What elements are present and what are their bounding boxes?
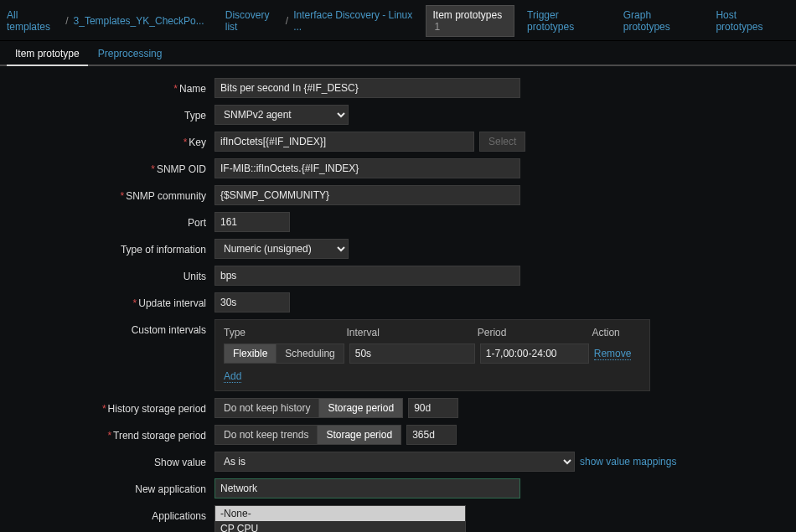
new-application-input[interactable]	[215, 478, 520, 498]
type-of-info-select[interactable]: Numeric (unsigned)	[215, 239, 349, 259]
trend-period-input[interactable]	[406, 425, 457, 445]
label-custom-intervals: Custom intervals	[132, 324, 206, 336]
breadcrumb-bar: All templates / 3_Templates_YK_CheckPo..…	[0, 0, 796, 41]
ci-interval-input[interactable]	[349, 343, 475, 364]
tab-item-prototypes[interactable]: Item prototypes 1	[426, 5, 515, 37]
snmp-community-input[interactable]	[215, 185, 520, 205]
tab-trigger-prototypes[interactable]: Trigger prototypes	[519, 5, 611, 37]
subtab-item-prototype[interactable]: Item prototype	[7, 41, 88, 66]
scheduling-button[interactable]: Scheduling	[276, 343, 344, 364]
trend-toggle[interactable]: Do not keep trends Storage period	[215, 425, 401, 445]
breadcrumb-sep: /	[65, 15, 68, 27]
snmp-oid-input[interactable]	[215, 158, 520, 178]
label-applications: Applications	[152, 510, 206, 522]
select-button: Select	[479, 132, 525, 152]
label-snmp-community: SNMP community	[126, 190, 206, 202]
label-new-application: New application	[135, 483, 206, 495]
ci-type-toggle[interactable]: Flexible Scheduling	[224, 343, 344, 364]
breadcrumb-template[interactable]: 3_Templates_YK_CheckPo...	[74, 15, 204, 27]
label-name: Name	[179, 83, 206, 95]
form: *Name Type SNMPv2 agent *Key Select *SNM…	[0, 66, 796, 532]
subtabs: Item prototype Preprocessing	[0, 41, 796, 66]
applications-list[interactable]: -None- CP CPU CP General CP Memory	[215, 505, 466, 532]
breadcrumb-sep: /	[286, 15, 288, 27]
breadcrumb-discovery-rule[interactable]: Interface Discovery - Linux ...	[293, 9, 415, 33]
ci-hdr-action: Action	[592, 327, 641, 338]
type-select[interactable]: SNMPv2 agent	[215, 105, 349, 125]
custom-intervals-panel: Type Interval Period Action Flexible Sch…	[215, 319, 650, 391]
port-input[interactable]	[215, 212, 290, 232]
tab-graph-prototypes[interactable]: Graph prototypes	[616, 5, 704, 37]
label-type-of-info: Type of information	[121, 244, 206, 256]
ci-hdr-interval: Interval	[346, 327, 477, 338]
label-port: Port	[188, 217, 206, 229]
tab-host-prototypes[interactable]: Host prototypes	[708, 5, 789, 37]
subtab-preprocessing[interactable]: Preprocessing	[90, 41, 171, 66]
units-input[interactable]	[215, 266, 520, 286]
history-storage-period-button[interactable]: Storage period	[318, 398, 403, 418]
label-show-value: Show value	[154, 457, 206, 468]
label-units: Units	[183, 271, 206, 282]
no-history-button[interactable]: Do not keep history	[215, 398, 318, 418]
label-type: Type	[184, 110, 206, 121]
trend-storage-period-button[interactable]: Storage period	[317, 425, 401, 445]
breadcrumb-all-templates[interactable]: All templates	[7, 9, 60, 33]
label-snmp-oid: SNMP OID	[157, 163, 206, 175]
show-value-select[interactable]: As is	[215, 452, 575, 472]
ci-add-link[interactable]: Add	[224, 370, 241, 383]
applications-option-cp-cpu[interactable]: CP CPU	[215, 521, 465, 532]
no-trends-button[interactable]: Do not keep trends	[215, 425, 317, 445]
ci-period-input[interactable]	[480, 343, 589, 364]
ci-hdr-period: Period	[478, 327, 592, 338]
ci-remove-link[interactable]: Remove	[594, 348, 632, 360]
applications-option-none[interactable]: -None-	[215, 506, 465, 521]
flexible-button[interactable]: Flexible	[224, 343, 276, 364]
breadcrumb-discovery-list[interactable]: Discovery list	[225, 9, 281, 33]
update-interval-input[interactable]	[215, 292, 290, 312]
show-value-mappings-link[interactable]: show value mappings	[580, 456, 676, 467]
label-trend: Trend storage period	[113, 430, 206, 442]
history-toggle[interactable]: Do not keep history Storage period	[215, 398, 403, 418]
name-input[interactable]	[215, 78, 520, 98]
key-input[interactable]	[215, 132, 474, 152]
label-key: Key	[189, 137, 206, 148]
label-update-interval: Update interval	[138, 297, 206, 309]
history-period-input[interactable]	[408, 398, 458, 418]
ci-hdr-type: Type	[224, 327, 346, 338]
label-history: History storage period	[108, 403, 206, 415]
